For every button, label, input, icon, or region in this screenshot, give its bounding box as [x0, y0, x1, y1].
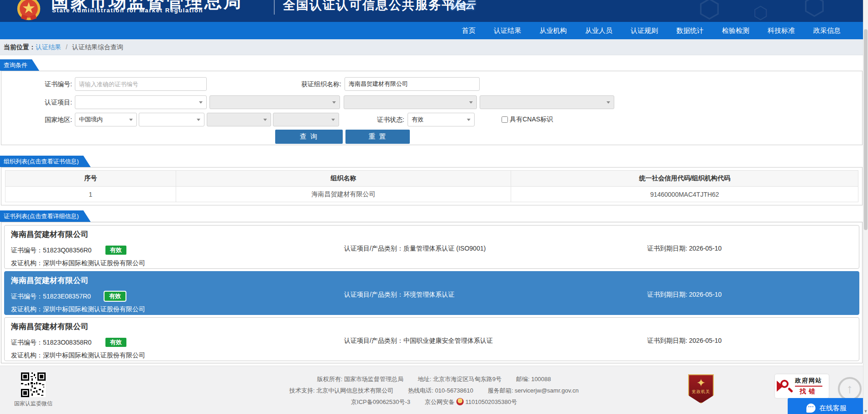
cert-issuer-value: 深圳中标国际检测认证股份有限公司	[43, 351, 145, 359]
cert-issuer-value: 深圳中标国际检测认证股份有限公司	[43, 259, 145, 267]
cert-project-value: 中国职业健康安全管理体系认证	[403, 337, 493, 344]
org-row-name: 海南昌贺建材有限公司	[176, 187, 511, 202]
online-service-button[interactable]: ··· 在线客服	[788, 398, 865, 414]
cert-status-value: 有效	[412, 116, 424, 123]
hex-decoration-icon: ⬡	[803, 0, 826, 21]
project-select-3[interactable]	[344, 95, 477, 109]
cert-list-tab: 证书列表(点击查看详细信息)	[0, 210, 91, 222]
breadcrumb-link-cert-results[interactable]: 认证结果	[36, 43, 61, 51]
cert-issuer-field: 发证机构：深圳中标国际检测认证股份有限公司	[11, 259, 145, 267]
cert-number-label: 证书编号：	[11, 339, 43, 346]
nav-item-home[interactable]: 首页	[453, 22, 485, 39]
cert-card-2-selected[interactable]: 海南昌贺建材有限公司 证书编号：51823E08357R0有效 认证项目/产品类…	[4, 271, 859, 315]
search-button[interactable]: 查 询	[275, 130, 343, 144]
cnas-checkbox-field: 具有CNAS标识	[502, 113, 553, 126]
scrollbar-thumb[interactable]	[864, 29, 868, 230]
region-select-1[interactable]: 中国境内	[75, 113, 137, 126]
cert-number-label: 证书编号：	[11, 293, 43, 300]
cert-project-field: 认证项目/产品类别：环境管理体系认证	[344, 291, 455, 299]
chevron-down-icon	[467, 119, 471, 123]
cert-project-field: 认证项目/产品类别：质量管理体系认证 (ISO9001)	[344, 245, 486, 253]
cert-project-label: 认证项目/产品类别：	[344, 245, 403, 252]
cert-expiry-value: 2026-05-10	[689, 337, 722, 344]
nav-item-inspection[interactable]: 检验检测	[713, 22, 758, 39]
cert-expiry-value: 2026-05-10	[689, 245, 722, 252]
nav-item-statistics[interactable]: 数据统计	[667, 22, 713, 39]
query-conditions-tab: 查询条件	[0, 59, 39, 71]
cert-no-input[interactable]	[75, 77, 207, 91]
scrollbar-down-arrow[interactable]: ▼	[863, 409, 868, 414]
region-label: 国家地区:	[4, 113, 72, 126]
back-to-top-button[interactable]: ↑	[838, 377, 862, 401]
project-select-4[interactable]	[480, 95, 614, 109]
gov-site-error-report-badge[interactable]: 政府网站 找错	[775, 374, 829, 398]
chevron-down-icon	[332, 101, 336, 105]
chevron-down-icon	[263, 119, 267, 123]
hex-decoration-icon: ⬡	[698, 0, 721, 22]
national-emblem-icon	[16, 0, 41, 22]
cert-project-label: 认证项目:	[4, 95, 72, 109]
footer-postcode: 邮编: 100088	[516, 376, 551, 383]
table-row[interactable]: 1 海南昌贺建材有限公司 91460000MAC4TJTH62	[5, 187, 858, 202]
breadcrumb-separator: /	[66, 43, 68, 51]
footer-hotline: 热线电话: 010-56738610	[408, 387, 473, 394]
nav-item-standards[interactable]: 科技标准	[758, 22, 804, 39]
cert-issuer-field: 发证机构：深圳中标国际检测认证股份有限公司	[11, 351, 145, 360]
status-badge: 有效	[105, 337, 127, 348]
col-header-credit-code: 统一社会信用代码/组织机构代码	[511, 171, 858, 187]
cert-issuer-value: 深圳中标国际检测认证股份有限公司	[43, 305, 145, 313]
page-scrollbar[interactable]: ▼	[863, 0, 868, 414]
region-select-4[interactable]	[273, 113, 339, 126]
shield-star-icon: ✦	[689, 375, 713, 391]
cert-expiry-label: 证书到期日期:	[647, 337, 689, 344]
cert-project-label: 认证项目/产品类别：	[344, 291, 403, 298]
nav-item-personnel[interactable]: 从业人员	[576, 22, 622, 39]
footer-gongan-number[interactable]: 11010502035380号	[465, 398, 517, 405]
footer-line-2: 技术支持: 北京中认网信息技术有限公司 热线电话: 010-56738610 服…	[0, 387, 868, 395]
nav-item-rules[interactable]: 认证规则	[622, 22, 667, 39]
project-select-1[interactable]	[75, 95, 207, 109]
party-gov-badge-label: 党政机关	[689, 389, 713, 395]
org-list-tab: 组织列表(点击查看证书信息)	[0, 156, 91, 167]
title-divider	[274, 0, 275, 15]
footer-line-3: 京ICP备09062530号-3 京公网安备11010502035380号	[0, 398, 868, 406]
breadcrumb: 当前位置：认证结果/认证结果综合查询	[0, 39, 868, 55]
cert-org-name: 海南昌贺建材有限公司	[11, 321, 89, 332]
org-name-input[interactable]	[345, 77, 480, 91]
nav-item-agencies[interactable]: 从业机构	[530, 22, 576, 39]
nav-item-procurement[interactable]: 政采信息	[804, 22, 850, 39]
cert-org-name: 海南昌贺建材有限公司	[11, 275, 89, 286]
footer-icp[interactable]: 京ICP备09062530号-3	[351, 398, 410, 405]
org-list-section: 序号 组织名称 统一社会信用代码/组织机构代码 1 海南昌贺建材有限公司 914…	[1, 167, 863, 205]
region-select-3[interactable]	[207, 113, 271, 126]
reset-button[interactable]: 重 置	[345, 130, 410, 144]
nav-item-cert-results[interactable]: 认证结果	[485, 22, 530, 39]
cert-expiry-field: 证书到期日期: 2026-05-10	[647, 337, 722, 345]
cert-expiry-label: 证书到期日期:	[647, 291, 689, 298]
find-error-action: 找错	[795, 388, 822, 396]
breadcrumb-current: 认证结果综合查询	[72, 43, 123, 51]
cert-issuer-field: 发证机构：深圳中标国际检测认证股份有限公司	[11, 305, 145, 314]
footer-line-1: 版权所有: 国家市场监督管理总局 地址: 北京市海淀区马甸东路9号 邮编: 10…	[0, 375, 868, 383]
org-row-index: 1	[5, 187, 176, 202]
cnas-label: 具有CNAS标识	[510, 115, 553, 124]
cert-card-1[interactable]: 海南昌贺建材有限公司 证书编号：51823Q08356R0有效 认证项目/产品类…	[4, 225, 859, 269]
magnifier-icon	[777, 378, 793, 394]
cert-number-value: 51823E08357R0	[43, 293, 91, 300]
footer-email: 服务邮箱: servicerjw@samr.gov.cn	[488, 387, 579, 394]
region-select-2[interactable]	[139, 113, 204, 126]
org-row-code: 91460000MAC4TJTH62	[511, 187, 858, 202]
col-header-org-name: 组织名称	[176, 171, 511, 187]
cert-number-label: 证书编号：	[11, 246, 43, 254]
cnas-checkbox[interactable]	[502, 116, 508, 123]
public-security-badge-icon	[456, 398, 464, 405]
cert-expiry-label: 证书到期日期:	[647, 245, 689, 252]
org-name-label: 获证组织名称:	[273, 77, 341, 91]
cert-project-field: 认证项目/产品类别：中国职业健康安全管理体系认证	[344, 337, 493, 345]
col-header-index: 序号	[5, 171, 176, 187]
cert-status-select[interactable]: 有效	[408, 113, 475, 126]
cert-project-label: 认证项目/产品类别：	[344, 337, 403, 344]
online-service-label: 在线客服	[819, 404, 847, 413]
project-select-2[interactable]	[209, 95, 340, 109]
cert-card-3[interactable]: 海南昌贺建材有限公司 证书编号：51823O08358R0有效 认证项目/产品类…	[4, 317, 859, 361]
